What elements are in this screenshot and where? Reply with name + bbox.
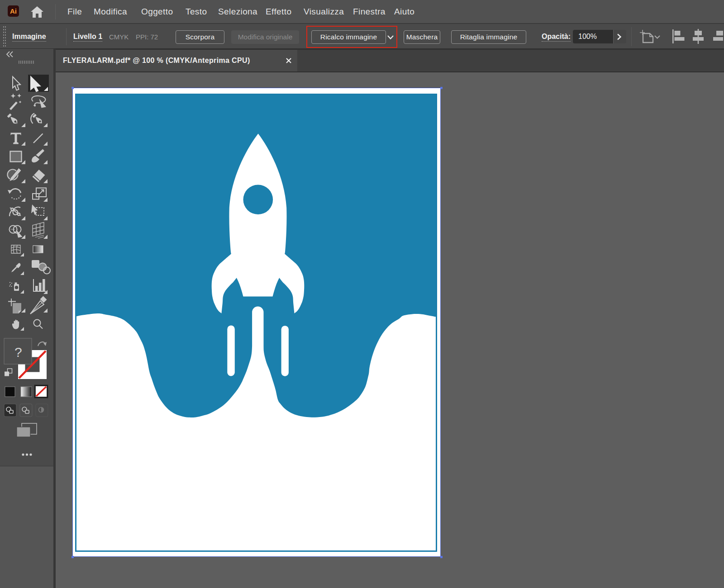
svg-text:?: ? — [14, 345, 22, 360]
